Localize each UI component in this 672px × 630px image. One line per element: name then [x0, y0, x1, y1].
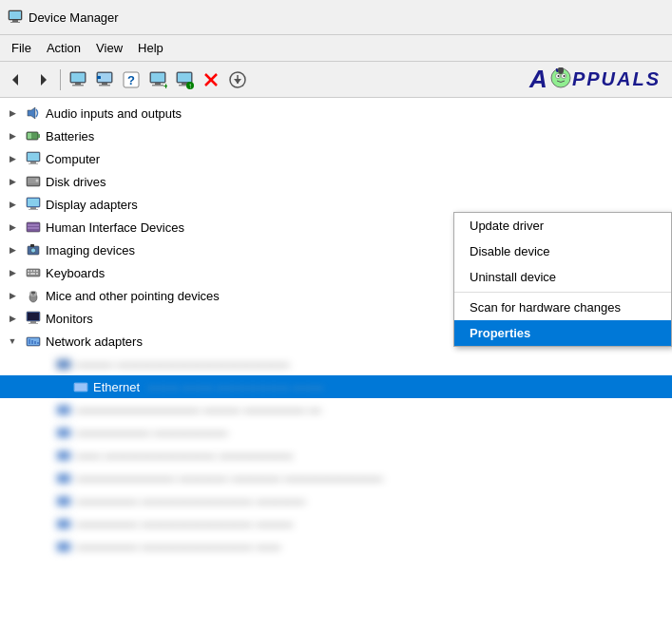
expand-imaging[interactable] — [4, 241, 21, 258]
svg-rect-86 — [75, 384, 86, 391]
back-button[interactable] — [4, 67, 29, 92]
ethernet-label: Ethernet — [93, 380, 140, 394]
context-uninstall-device[interactable]: Uninstall device — [454, 264, 671, 290]
computer-button[interactable] — [66, 67, 90, 92]
tree-child-7[interactable]: ————— ————————— ——— — [0, 512, 672, 535]
svg-rect-1 — [10, 11, 21, 19]
network-label: Network adapters — [46, 334, 143, 349]
context-properties[interactable]: Properties — [454, 320, 671, 346]
svg-rect-88 — [57, 429, 70, 437]
display-label: Display adapters — [46, 198, 138, 212]
audio-label: Audio inputs and outputs — [46, 106, 182, 121]
tree-item-batteries[interactable]: Batteries — [0, 124, 672, 147]
menu-action[interactable]: Action — [39, 38, 88, 58]
svg-rect-45 — [28, 153, 39, 161]
tree-child-3[interactable]: —————— —————— — [0, 421, 672, 444]
expand-network[interactable] — [4, 333, 21, 350]
svg-rect-66 — [36, 270, 38, 272]
expand-mice[interactable] — [4, 287, 21, 304]
svg-rect-13 — [99, 85, 110, 86]
download-button[interactable] — [225, 67, 250, 92]
expand-batteries[interactable] — [4, 127, 21, 144]
context-scan-hardware[interactable]: Scan for hardware changes — [454, 295, 671, 320]
menu-help[interactable]: Help — [130, 38, 171, 58]
child0-label: ——— —————————————— — [76, 357, 290, 372]
expand-display[interactable] — [4, 196, 21, 213]
appuals-char-face — [550, 67, 571, 91]
scan-button[interactable]: + — [145, 67, 170, 92]
svg-text:?: ? — [127, 73, 135, 87]
svg-rect-81 — [31, 340, 33, 344]
tree-item-audio[interactable]: Audio inputs and outputs — [0, 102, 672, 124]
tree-child-5[interactable]: ———————— ———— ———— ———————— — [0, 467, 672, 489]
svg-rect-76 — [30, 321, 36, 323]
update-button[interactable]: ↑ — [172, 67, 197, 92]
tree-item-computer[interactable]: Computer — [0, 147, 672, 170]
computer-label: Computer — [46, 152, 100, 166]
context-disable-device[interactable]: Disable device — [454, 239, 671, 264]
expand-monitors[interactable] — [4, 310, 21, 327]
svg-marker-40 — [28, 107, 35, 119]
ethernet-icon — [72, 378, 89, 395]
imaging-icon — [25, 241, 42, 258]
ethernet-details: ——— ——— ——————— ——— — [147, 381, 323, 392]
child0-icon — [55, 355, 72, 372]
svg-rect-90 — [57, 474, 70, 483]
hid-icon — [25, 219, 42, 236]
svg-marker-5 — [41, 74, 47, 86]
menu-bar: File Action View Help — [0, 35, 672, 62]
context-menu: Update driver Disable device Uninstall d… — [453, 212, 672, 347]
svg-rect-18 — [151, 73, 164, 82]
tree-child-2[interactable]: —————————— ——— ————— — — [0, 398, 672, 421]
svg-rect-3 — [10, 22, 20, 23]
tree-child-0[interactable]: ——— —————————————— — [0, 353, 672, 375]
keyboards-icon — [25, 264, 42, 281]
svg-rect-46 — [30, 162, 36, 163]
expand-audio[interactable] — [4, 105, 21, 122]
tree-child-ethernet[interactable]: Ethernet ——— ——— ——————— ——— — [0, 375, 672, 398]
expand-keyboards[interactable] — [4, 264, 21, 281]
forward-button[interactable] — [30, 67, 55, 92]
tree-child-4[interactable]: —— ————————— —————— — [0, 444, 672, 467]
svg-point-37 — [563, 75, 565, 77]
remove-button[interactable] — [199, 67, 223, 92]
svg-rect-9 — [72, 85, 84, 86]
svg-rect-7 — [71, 73, 85, 82]
svg-rect-73 — [31, 292, 35, 294]
svg-rect-75 — [28, 313, 39, 320]
mice-icon — [25, 287, 42, 304]
svg-rect-14 — [97, 76, 101, 79]
help-button[interactable]: ? — [119, 67, 144, 92]
title-bar-icon — [8, 10, 23, 25]
expand-computer[interactable] — [4, 150, 21, 167]
svg-rect-64 — [30, 270, 32, 272]
hid-label: Human Interface Devices — [46, 220, 184, 235]
svg-point-60 — [31, 248, 36, 253]
device-manager-button[interactable] — [92, 67, 117, 92]
tree-child-6[interactable]: ————— ————————— ———— — [0, 489, 672, 512]
audio-icon — [25, 105, 42, 122]
title-bar: Device Manager — [0, 0, 672, 35]
svg-rect-63 — [28, 270, 29, 272]
svg-text:+: + — [163, 82, 167, 89]
context-update-driver[interactable]: Update driver — [454, 213, 671, 239]
menu-file[interactable]: File — [4, 38, 39, 58]
svg-rect-82 — [34, 341, 36, 344]
toolbar: ? + ↑ — [0, 62, 672, 98]
svg-rect-61 — [30, 244, 34, 247]
batteries-icon — [25, 127, 42, 144]
context-separator — [454, 292, 671, 293]
svg-rect-8 — [75, 83, 81, 85]
expand-disk[interactable] — [4, 173, 21, 190]
expand-hid[interactable] — [4, 219, 21, 236]
keyboards-label: Keyboards — [46, 266, 105, 280]
tree-child-8[interactable]: ————— ————————— —— — [0, 535, 672, 558]
tree-item-disk[interactable]: Disk drives — [0, 170, 672, 193]
svg-rect-80 — [29, 339, 30, 344]
menu-view[interactable]: View — [88, 38, 130, 58]
display-icon — [25, 196, 42, 213]
tree-view[interactable]: Audio inputs and outputs Batteries — [0, 98, 672, 630]
svg-rect-93 — [57, 543, 70, 551]
svg-rect-43 — [28, 133, 31, 139]
computer-icon — [25, 150, 42, 167]
